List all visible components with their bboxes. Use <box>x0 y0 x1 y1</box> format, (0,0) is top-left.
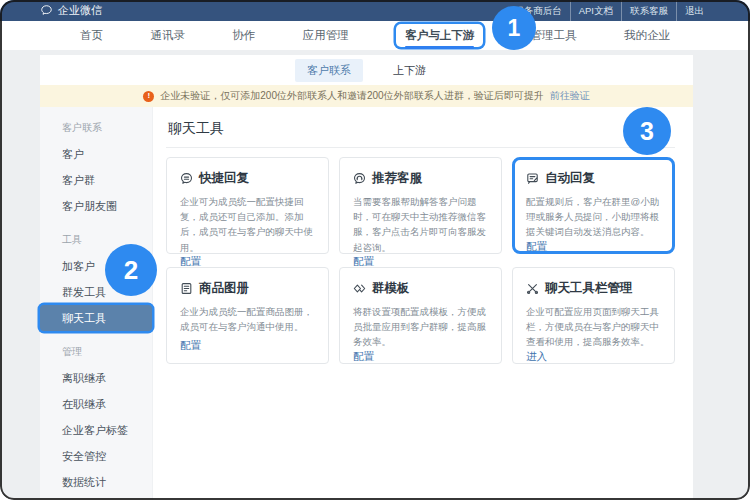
sidebar-item-chat-tools[interactable]: 聊天工具 <box>40 305 152 331</box>
card-recommend-service[interactable]: 推荐客服 当需要客服帮助解答客户问题时，可在聊天中主动推荐微信客服，客户点击名片… <box>339 157 502 254</box>
subtab-customer-contact[interactable]: 客户联系 <box>295 59 363 82</box>
sidebar-item-customer-tags[interactable]: 企业客户标签 <box>40 417 152 443</box>
page-title: 聊天工具 <box>166 120 675 136</box>
card-chat-toolbar-management[interactable]: 聊天工具栏管理 企业可配置应用页面到聊天工具栏，方便成员在与客户的聊天中查看和使… <box>512 267 675 364</box>
card-quick-reply[interactable]: 快捷回复 企业可为成员统一配置快捷回复，成员还可自己添加。添加后，成员可在与客户… <box>166 157 329 254</box>
verification-banner: ! 企业未验证，仅可添加200位外部联系人和邀请200位外部联系人进群，验证后即… <box>40 85 693 107</box>
enter-link[interactable]: 进入 <box>526 350 661 364</box>
annotation-step-1: 1 <box>492 6 536 50</box>
subtab-updownstream[interactable]: 上下游 <box>381 59 438 82</box>
chat-toolbar-icon <box>526 282 539 295</box>
title-divider <box>166 147 675 148</box>
top-bar: 企业微信 服务商后台 API文档 联系客服 退出 <box>0 0 750 21</box>
product-album-icon <box>180 282 193 295</box>
card-title: 商品图册 <box>199 280 249 297</box>
nav-tab-home[interactable]: 首页 <box>80 21 103 50</box>
sidebar-item-onjob-inheritance[interactable]: 在职继承 <box>40 391 152 417</box>
top-link-logout[interactable]: 退出 <box>676 0 712 21</box>
top-link-api-docs[interactable]: API文档 <box>570 0 621 21</box>
content-row: 客户联系 客户 客户群 客户朋友圈 工具 加客户 群发工具 聊天工具 管理 离职… <box>40 107 693 500</box>
card-desc: 企业可配置应用页面到聊天工具栏，方便成员在与客户的聊天中查看和使用，提高服务效率… <box>526 304 661 350</box>
main-nav: 首页 通讯录 协作 应用管理 客户与上下游 管理工具 我的企业 <box>0 21 750 50</box>
group-template-icon <box>353 282 366 295</box>
card-product-album[interactable]: 商品图册 企业为成员统一配置商品图册，成员可在与客户沟通中使用。 配置 <box>166 267 329 364</box>
sidebar-item-statistics[interactable]: 数据统计 <box>40 469 152 495</box>
sidebar-item-security-control[interactable]: 安全管控 <box>40 443 152 469</box>
annotation-box-step1: 客户与上下游 <box>396 24 483 47</box>
sub-tabs: 客户联系 上下游 <box>40 55 693 85</box>
card-auto-reply[interactable]: 自动回复 配置规则后，客户在群里@小助理或服务人员提问，小助理将根据关键词自动发… <box>512 157 675 254</box>
annotation-step-3: 3 <box>623 107 671 155</box>
top-link-contact-support[interactable]: 联系客服 <box>621 0 676 21</box>
nav-tab-contacts[interactable]: 通讯录 <box>150 21 185 50</box>
configure-link[interactable]: 配置 <box>526 240 661 254</box>
nav-tab-my-company[interactable]: 我的企业 <box>624 21 670 50</box>
card-title: 自动回复 <box>545 170 595 187</box>
feature-cards: 快捷回复 企业可为成员统一配置快捷回复，成员还可自己添加。添加后，成员可在与客户… <box>166 157 675 364</box>
top-links: 服务商后台 API文档 联系客服 退出 <box>506 0 712 21</box>
banner-text: 企业未验证，仅可添加200位外部联系人和邀请200位外部联系人进群，验证后即可提… <box>160 89 543 103</box>
sidebar-header-management: 管理 <box>40 331 152 365</box>
card-title: 群模板 <box>372 280 410 297</box>
card-desc: 配置规则后，客户在群里@小助理或服务人员提问，小助理将根据关键词自动发送消息内容… <box>526 194 661 240</box>
recommend-service-icon <box>353 172 366 185</box>
nav-tab-admin-tools[interactable]: 管理工具 <box>531 21 577 50</box>
sidebar-item-customer-groups[interactable]: 客户群 <box>40 167 152 193</box>
card-desc: 企业为成员统一配置商品图册，成员可在与客户沟通中使用。 <box>180 304 315 334</box>
card-group-template[interactable]: 群模板 将群设置项配置成模板，方便成员批量应用到客户群聊，提高服务效率。 配置 <box>339 267 502 364</box>
card-desc: 将群设置项配置成模板，方便成员批量应用到客户群聊，提高服务效率。 <box>353 304 488 350</box>
card-desc: 当需要客服帮助解答客户问题时，可在聊天中主动推荐微信客服，客户点击名片即可向客服… <box>353 194 488 255</box>
go-verify-link[interactable]: 前往验证 <box>550 89 590 103</box>
sidebar-item-customer-moments[interactable]: 客户朋友圈 <box>40 193 152 219</box>
card-title: 快捷回复 <box>199 170 249 187</box>
sidebar-item-customers[interactable]: 客户 <box>40 141 152 167</box>
sidebar-item-resigned-inheritance[interactable]: 离职继承 <box>40 365 152 391</box>
main-area: 聊天工具 快捷回复 企业可为成 <box>153 107 693 500</box>
active-tab-underline <box>405 46 474 49</box>
wechat-work-bubble-icon <box>40 4 53 17</box>
configure-link[interactable]: 配置 <box>180 339 315 353</box>
quick-reply-icon <box>180 172 193 185</box>
auto-reply-icon <box>526 172 539 185</box>
warning-icon: ! <box>143 91 154 102</box>
sidebar: 客户联系 客户 客户群 客户朋友圈 工具 加客户 群发工具 聊天工具 管理 离职… <box>40 107 153 500</box>
brand[interactable]: 企业微信 <box>40 3 102 18</box>
nav-tab-app-management[interactable]: 应用管理 <box>303 21 349 50</box>
card-title: 聊天工具栏管理 <box>545 280 633 297</box>
card-desc: 企业可为成员统一配置快捷回复，成员还可自己添加。添加后，成员可在与客户的聊天中使… <box>180 194 315 255</box>
card-title: 推荐客服 <box>372 170 422 187</box>
brand-name: 企业微信 <box>58 3 102 18</box>
configure-link[interactable]: 配置 <box>353 350 488 364</box>
nav-tab-collaboration[interactable]: 协作 <box>232 21 255 50</box>
annotation-step-2: 2 <box>105 244 157 296</box>
app-window: 企业微信 服务商后台 API文档 联系客服 退出 首页 通讯录 协作 应用管理 … <box>0 0 750 500</box>
nav-tab-customers-updownstream[interactable]: 客户与上下游 <box>396 21 483 50</box>
sidebar-header-customer-contact: 客户联系 <box>40 107 152 141</box>
